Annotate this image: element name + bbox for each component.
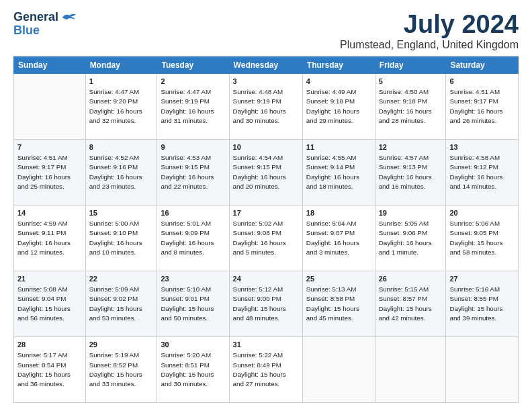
day-number: 27 xyxy=(449,274,515,284)
day-info: Sunrise: 5:13 AM Sunset: 8:58 PM Dayligh… xyxy=(306,285,371,323)
col-monday: Monday xyxy=(85,56,157,73)
table-row: 27Sunrise: 5:16 AM Sunset: 8:55 PM Dayli… xyxy=(446,271,519,336)
day-info: Sunrise: 4:58 AM Sunset: 9:12 PM Dayligh… xyxy=(449,153,515,191)
day-number: 13 xyxy=(449,142,515,152)
header: General Blue July 2024 Plumstead, Englan… xyxy=(13,11,519,51)
day-number: 1 xyxy=(89,77,154,87)
day-info: Sunrise: 5:17 AM Sunset: 8:54 PM Dayligh… xyxy=(17,351,82,389)
day-info: Sunrise: 5:01 AM Sunset: 9:09 PM Dayligh… xyxy=(161,219,225,257)
day-info: Sunrise: 5:02 AM Sunset: 9:08 PM Dayligh… xyxy=(233,219,299,257)
main-title: July 2024 xyxy=(340,11,519,39)
day-info: Sunrise: 4:47 AM Sunset: 9:19 PM Dayligh… xyxy=(161,87,225,126)
col-thursday: Thursday xyxy=(302,56,375,73)
day-info: Sunrise: 4:53 AM Sunset: 9:15 PM Dayligh… xyxy=(161,153,225,191)
table-row: 20Sunrise: 5:06 AM Sunset: 9:05 PM Dayli… xyxy=(446,205,519,271)
day-info: Sunrise: 5:20 AM Sunset: 8:51 PM Dayligh… xyxy=(161,351,225,389)
table-row: 2Sunrise: 4:47 AM Sunset: 9:19 PM Daylig… xyxy=(157,73,229,139)
day-number: 17 xyxy=(233,208,299,218)
day-number: 9 xyxy=(161,142,225,152)
table-row: 26Sunrise: 5:15 AM Sunset: 8:57 PM Dayli… xyxy=(375,271,446,336)
day-info: Sunrise: 4:52 AM Sunset: 9:16 PM Dayligh… xyxy=(89,153,154,191)
table-row xyxy=(446,336,519,402)
col-tuesday: Tuesday xyxy=(157,56,229,73)
table-row: 19Sunrise: 5:05 AM Sunset: 9:06 PM Dayli… xyxy=(375,205,446,271)
calendar-week-row: 1Sunrise: 4:47 AM Sunset: 9:20 PM Daylig… xyxy=(14,73,519,139)
calendar-week-row: 28Sunrise: 5:17 AM Sunset: 8:54 PM Dayli… xyxy=(14,336,519,402)
calendar-week-row: 21Sunrise: 5:08 AM Sunset: 9:04 PM Dayli… xyxy=(14,271,519,336)
day-number: 11 xyxy=(306,142,371,152)
table-row: 11Sunrise: 4:55 AM Sunset: 9:14 PM Dayli… xyxy=(302,139,375,205)
table-row: 23Sunrise: 5:10 AM Sunset: 9:01 PM Dayli… xyxy=(157,271,229,336)
calendar-table: Sunday Monday Tuesday Wednesday Thursday… xyxy=(13,56,519,403)
day-info: Sunrise: 4:51 AM Sunset: 9:17 PM Dayligh… xyxy=(449,87,515,126)
table-row: 4Sunrise: 4:49 AM Sunset: 9:18 PM Daylig… xyxy=(302,73,375,139)
day-number: 8 xyxy=(89,142,154,152)
table-row: 8Sunrise: 4:52 AM Sunset: 9:16 PM Daylig… xyxy=(85,139,157,205)
table-row: 24Sunrise: 5:12 AM Sunset: 9:00 PM Dayli… xyxy=(229,271,302,336)
day-number: 15 xyxy=(89,208,154,218)
day-number: 30 xyxy=(161,340,225,350)
day-info: Sunrise: 4:48 AM Sunset: 9:19 PM Dayligh… xyxy=(233,87,299,126)
day-info: Sunrise: 5:22 AM Sunset: 8:49 PM Dayligh… xyxy=(233,351,299,389)
day-info: Sunrise: 5:08 AM Sunset: 9:04 PM Dayligh… xyxy=(17,285,82,323)
day-number: 18 xyxy=(306,208,371,218)
day-info: Sunrise: 5:04 AM Sunset: 9:07 PM Dayligh… xyxy=(306,219,371,257)
subtitle: Plumstead, England, United Kingdom xyxy=(340,39,519,51)
day-info: Sunrise: 4:50 AM Sunset: 9:18 PM Dayligh… xyxy=(379,87,443,126)
day-number: 26 xyxy=(379,274,443,284)
day-info: Sunrise: 4:47 AM Sunset: 9:20 PM Dayligh… xyxy=(89,87,154,126)
table-row: 18Sunrise: 5:04 AM Sunset: 9:07 PM Dayli… xyxy=(302,205,375,271)
day-info: Sunrise: 5:15 AM Sunset: 8:57 PM Dayligh… xyxy=(379,285,443,323)
day-number: 29 xyxy=(89,340,154,350)
logo-bird-icon xyxy=(61,12,77,23)
header-row: Sunday Monday Tuesday Wednesday Thursday… xyxy=(14,56,519,73)
table-row: 10Sunrise: 4:54 AM Sunset: 9:15 PM Dayli… xyxy=(229,139,302,205)
col-sunday: Sunday xyxy=(14,56,86,73)
day-number: 10 xyxy=(233,142,299,152)
table-row: 15Sunrise: 5:00 AM Sunset: 9:10 PM Dayli… xyxy=(85,205,157,271)
day-number: 12 xyxy=(379,142,443,152)
table-row: 29Sunrise: 5:19 AM Sunset: 8:52 PM Dayli… xyxy=(85,336,157,402)
calendar-week-row: 14Sunrise: 4:59 AM Sunset: 9:11 PM Dayli… xyxy=(14,205,519,271)
table-row: 30Sunrise: 5:20 AM Sunset: 8:51 PM Dayli… xyxy=(157,336,229,402)
table-row: 31Sunrise: 5:22 AM Sunset: 8:49 PM Dayli… xyxy=(229,336,302,402)
day-info: Sunrise: 4:54 AM Sunset: 9:15 PM Dayligh… xyxy=(233,153,299,191)
day-info: Sunrise: 5:06 AM Sunset: 9:05 PM Dayligh… xyxy=(449,219,515,257)
day-number: 25 xyxy=(306,274,371,284)
day-number: 24 xyxy=(233,274,299,284)
day-number: 3 xyxy=(233,77,299,87)
day-info: Sunrise: 4:49 AM Sunset: 9:18 PM Dayligh… xyxy=(306,87,371,126)
day-number: 19 xyxy=(379,208,443,218)
calendar-week-row: 7Sunrise: 4:51 AM Sunset: 9:17 PM Daylig… xyxy=(14,139,519,205)
col-friday: Friday xyxy=(375,56,446,73)
table-row xyxy=(14,73,86,139)
day-number: 16 xyxy=(161,208,225,218)
table-row: 12Sunrise: 4:57 AM Sunset: 9:13 PM Dayli… xyxy=(375,139,446,205)
day-info: Sunrise: 5:00 AM Sunset: 9:10 PM Dayligh… xyxy=(89,219,154,257)
table-row: 6Sunrise: 4:51 AM Sunset: 9:17 PM Daylig… xyxy=(446,73,519,139)
day-number: 6 xyxy=(449,77,515,87)
day-number: 23 xyxy=(161,274,225,284)
day-number: 21 xyxy=(17,274,82,284)
table-row: 13Sunrise: 4:58 AM Sunset: 9:12 PM Dayli… xyxy=(446,139,519,205)
day-number: 5 xyxy=(379,77,443,87)
day-number: 7 xyxy=(17,142,82,152)
day-number: 14 xyxy=(17,208,82,218)
day-info: Sunrise: 4:55 AM Sunset: 9:14 PM Dayligh… xyxy=(306,153,371,191)
logo: General Blue xyxy=(13,11,77,38)
day-number: 22 xyxy=(89,274,154,284)
page: General Blue July 2024 Plumstead, Englan… xyxy=(0,0,532,411)
day-number: 28 xyxy=(17,340,82,350)
table-row: 9Sunrise: 4:53 AM Sunset: 9:15 PM Daylig… xyxy=(157,139,229,205)
table-row: 1Sunrise: 4:47 AM Sunset: 9:20 PM Daylig… xyxy=(85,73,157,139)
table-row xyxy=(375,336,446,402)
day-number: 2 xyxy=(161,77,225,87)
logo-blue: Blue xyxy=(13,24,40,38)
day-info: Sunrise: 5:09 AM Sunset: 9:02 PM Dayligh… xyxy=(89,285,154,323)
table-row: 7Sunrise: 4:51 AM Sunset: 9:17 PM Daylig… xyxy=(14,139,86,205)
calendar-body: 1Sunrise: 4:47 AM Sunset: 9:20 PM Daylig… xyxy=(14,73,519,402)
logo-general: General xyxy=(13,11,58,24)
day-info: Sunrise: 4:57 AM Sunset: 9:13 PM Dayligh… xyxy=(379,153,443,191)
day-info: Sunrise: 5:10 AM Sunset: 9:01 PM Dayligh… xyxy=(161,285,225,323)
table-row: 22Sunrise: 5:09 AM Sunset: 9:02 PM Dayli… xyxy=(85,271,157,336)
